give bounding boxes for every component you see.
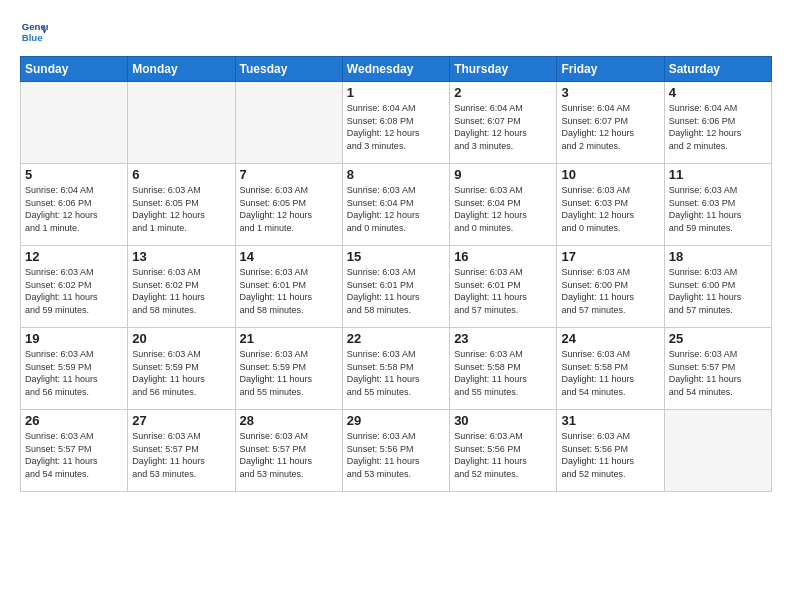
calendar-cell: 7Sunrise: 6:03 AM Sunset: 6:05 PM Daylig…	[235, 164, 342, 246]
day-info: Sunrise: 6:03 AM Sunset: 6:04 PM Dayligh…	[347, 184, 445, 234]
day-number: 8	[347, 167, 445, 182]
weekday-header: Sunday	[21, 57, 128, 82]
day-info: Sunrise: 6:03 AM Sunset: 5:58 PM Dayligh…	[347, 348, 445, 398]
calendar-cell: 16Sunrise: 6:03 AM Sunset: 6:01 PM Dayli…	[450, 246, 557, 328]
weekday-header: Wednesday	[342, 57, 449, 82]
logo-icon: General Blue	[20, 18, 48, 46]
day-info: Sunrise: 6:03 AM Sunset: 6:05 PM Dayligh…	[132, 184, 230, 234]
day-number: 4	[669, 85, 767, 100]
day-number: 9	[454, 167, 552, 182]
calendar-cell: 14Sunrise: 6:03 AM Sunset: 6:01 PM Dayli…	[235, 246, 342, 328]
day-info: Sunrise: 6:03 AM Sunset: 5:57 PM Dayligh…	[669, 348, 767, 398]
calendar-cell: 31Sunrise: 6:03 AM Sunset: 5:56 PM Dayli…	[557, 410, 664, 492]
day-info: Sunrise: 6:04 AM Sunset: 6:08 PM Dayligh…	[347, 102, 445, 152]
day-number: 16	[454, 249, 552, 264]
day-number: 21	[240, 331, 338, 346]
day-info: Sunrise: 6:03 AM Sunset: 6:01 PM Dayligh…	[347, 266, 445, 316]
calendar-cell	[235, 82, 342, 164]
calendar-cell: 29Sunrise: 6:03 AM Sunset: 5:56 PM Dayli…	[342, 410, 449, 492]
header: General Blue	[20, 18, 772, 46]
calendar-cell: 24Sunrise: 6:03 AM Sunset: 5:58 PM Dayli…	[557, 328, 664, 410]
day-info: Sunrise: 6:03 AM Sunset: 5:58 PM Dayligh…	[561, 348, 659, 398]
day-info: Sunrise: 6:04 AM Sunset: 6:06 PM Dayligh…	[25, 184, 123, 234]
day-info: Sunrise: 6:03 AM Sunset: 5:59 PM Dayligh…	[132, 348, 230, 398]
day-info: Sunrise: 6:03 AM Sunset: 5:57 PM Dayligh…	[240, 430, 338, 480]
day-info: Sunrise: 6:03 AM Sunset: 5:58 PM Dayligh…	[454, 348, 552, 398]
day-number: 28	[240, 413, 338, 428]
calendar-cell: 22Sunrise: 6:03 AM Sunset: 5:58 PM Dayli…	[342, 328, 449, 410]
calendar-cell: 23Sunrise: 6:03 AM Sunset: 5:58 PM Dayli…	[450, 328, 557, 410]
calendar-cell	[128, 82, 235, 164]
day-number: 17	[561, 249, 659, 264]
day-number: 22	[347, 331, 445, 346]
day-info: Sunrise: 6:03 AM Sunset: 5:57 PM Dayligh…	[132, 430, 230, 480]
calendar-cell	[21, 82, 128, 164]
day-number: 23	[454, 331, 552, 346]
page: General Blue SundayMondayTuesdayWednesda…	[0, 0, 792, 612]
calendar-cell: 30Sunrise: 6:03 AM Sunset: 5:56 PM Dayli…	[450, 410, 557, 492]
day-number: 1	[347, 85, 445, 100]
day-info: Sunrise: 6:03 AM Sunset: 6:04 PM Dayligh…	[454, 184, 552, 234]
day-info: Sunrise: 6:03 AM Sunset: 6:05 PM Dayligh…	[240, 184, 338, 234]
calendar-cell: 2Sunrise: 6:04 AM Sunset: 6:07 PM Daylig…	[450, 82, 557, 164]
day-number: 29	[347, 413, 445, 428]
calendar-cell: 26Sunrise: 6:03 AM Sunset: 5:57 PM Dayli…	[21, 410, 128, 492]
calendar-cell: 15Sunrise: 6:03 AM Sunset: 6:01 PM Dayli…	[342, 246, 449, 328]
logo: General Blue	[20, 18, 48, 46]
day-number: 27	[132, 413, 230, 428]
day-info: Sunrise: 6:04 AM Sunset: 6:06 PM Dayligh…	[669, 102, 767, 152]
day-number: 3	[561, 85, 659, 100]
weekday-header: Monday	[128, 57, 235, 82]
calendar-cell: 12Sunrise: 6:03 AM Sunset: 6:02 PM Dayli…	[21, 246, 128, 328]
day-info: Sunrise: 6:03 AM Sunset: 5:57 PM Dayligh…	[25, 430, 123, 480]
calendar-cell: 13Sunrise: 6:03 AM Sunset: 6:02 PM Dayli…	[128, 246, 235, 328]
day-number: 10	[561, 167, 659, 182]
day-number: 5	[25, 167, 123, 182]
weekday-header: Friday	[557, 57, 664, 82]
day-number: 11	[669, 167, 767, 182]
calendar-cell: 17Sunrise: 6:03 AM Sunset: 6:00 PM Dayli…	[557, 246, 664, 328]
calendar-week-row: 1Sunrise: 6:04 AM Sunset: 6:08 PM Daylig…	[21, 82, 772, 164]
calendar-cell: 27Sunrise: 6:03 AM Sunset: 5:57 PM Dayli…	[128, 410, 235, 492]
calendar-week-row: 12Sunrise: 6:03 AM Sunset: 6:02 PM Dayli…	[21, 246, 772, 328]
day-number: 19	[25, 331, 123, 346]
day-number: 14	[240, 249, 338, 264]
day-number: 24	[561, 331, 659, 346]
calendar-cell: 11Sunrise: 6:03 AM Sunset: 6:03 PM Dayli…	[664, 164, 771, 246]
day-number: 13	[132, 249, 230, 264]
day-info: Sunrise: 6:03 AM Sunset: 6:00 PM Dayligh…	[669, 266, 767, 316]
day-number: 31	[561, 413, 659, 428]
day-info: Sunrise: 6:03 AM Sunset: 5:56 PM Dayligh…	[454, 430, 552, 480]
calendar-cell	[664, 410, 771, 492]
weekday-header: Thursday	[450, 57, 557, 82]
day-number: 15	[347, 249, 445, 264]
calendar-cell: 8Sunrise: 6:03 AM Sunset: 6:04 PM Daylig…	[342, 164, 449, 246]
calendar-table: SundayMondayTuesdayWednesdayThursdayFrid…	[20, 56, 772, 492]
calendar-cell: 3Sunrise: 6:04 AM Sunset: 6:07 PM Daylig…	[557, 82, 664, 164]
calendar-cell: 6Sunrise: 6:03 AM Sunset: 6:05 PM Daylig…	[128, 164, 235, 246]
calendar-cell: 20Sunrise: 6:03 AM Sunset: 5:59 PM Dayli…	[128, 328, 235, 410]
day-info: Sunrise: 6:03 AM Sunset: 6:03 PM Dayligh…	[561, 184, 659, 234]
day-info: Sunrise: 6:03 AM Sunset: 6:01 PM Dayligh…	[454, 266, 552, 316]
day-info: Sunrise: 6:03 AM Sunset: 5:56 PM Dayligh…	[347, 430, 445, 480]
calendar-cell: 9Sunrise: 6:03 AM Sunset: 6:04 PM Daylig…	[450, 164, 557, 246]
day-number: 6	[132, 167, 230, 182]
day-number: 26	[25, 413, 123, 428]
calendar-week-row: 26Sunrise: 6:03 AM Sunset: 5:57 PM Dayli…	[21, 410, 772, 492]
day-info: Sunrise: 6:03 AM Sunset: 6:02 PM Dayligh…	[25, 266, 123, 316]
day-info: Sunrise: 6:04 AM Sunset: 6:07 PM Dayligh…	[561, 102, 659, 152]
calendar-cell: 25Sunrise: 6:03 AM Sunset: 5:57 PM Dayli…	[664, 328, 771, 410]
calendar-cell: 28Sunrise: 6:03 AM Sunset: 5:57 PM Dayli…	[235, 410, 342, 492]
calendar-header-row: SundayMondayTuesdayWednesdayThursdayFrid…	[21, 57, 772, 82]
day-number: 7	[240, 167, 338, 182]
day-number: 25	[669, 331, 767, 346]
calendar-cell: 5Sunrise: 6:04 AM Sunset: 6:06 PM Daylig…	[21, 164, 128, 246]
day-info: Sunrise: 6:03 AM Sunset: 6:02 PM Dayligh…	[132, 266, 230, 316]
day-info: Sunrise: 6:03 AM Sunset: 5:56 PM Dayligh…	[561, 430, 659, 480]
calendar-cell: 19Sunrise: 6:03 AM Sunset: 5:59 PM Dayli…	[21, 328, 128, 410]
calendar-week-row: 19Sunrise: 6:03 AM Sunset: 5:59 PM Dayli…	[21, 328, 772, 410]
weekday-header: Tuesday	[235, 57, 342, 82]
calendar-cell: 4Sunrise: 6:04 AM Sunset: 6:06 PM Daylig…	[664, 82, 771, 164]
day-number: 2	[454, 85, 552, 100]
day-number: 20	[132, 331, 230, 346]
